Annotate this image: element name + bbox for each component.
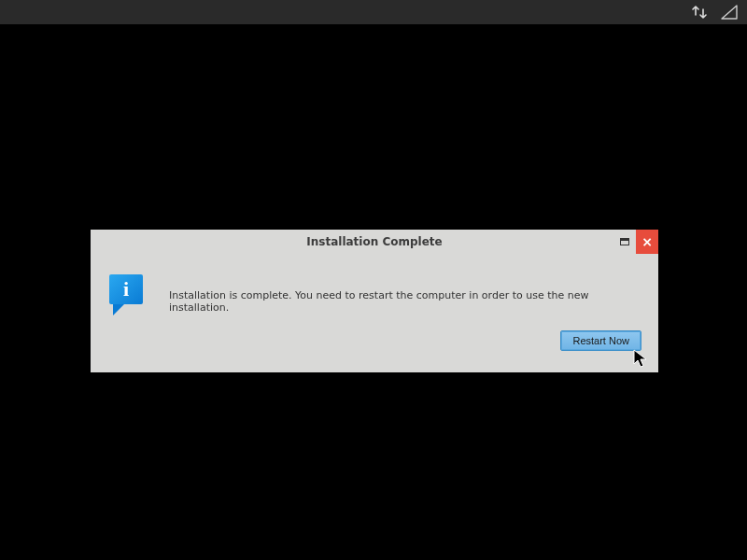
desktop-background: Installation Complete × [0,0,747,560]
restart-now-button[interactable]: Restart Now [560,330,641,351]
cellular-signal-icon[interactable] [721,5,738,20]
info-icon-letter: i [123,277,129,301]
network-updown-icon[interactable] [691,5,708,20]
top-panel [0,0,747,24]
dialog-button-row: Restart Now [169,314,641,351]
dialog-content: Installation is complete. You need to re… [169,267,641,351]
window-controls: × [613,230,658,254]
maximize-button[interactable] [613,230,636,254]
close-button[interactable]: × [636,230,658,254]
dialog-body: i Installation is complete. You need to … [91,254,658,372]
maximize-icon [620,238,629,245]
info-icon: i [107,267,148,321]
dialog-message: Installation is complete. You need to re… [169,267,641,314]
close-icon: × [641,235,653,248]
dialog-title: Installation Complete [306,235,442,248]
dialog-titlebar[interactable]: Installation Complete × [91,230,658,254]
installation-complete-dialog: Installation Complete × [91,230,658,372]
